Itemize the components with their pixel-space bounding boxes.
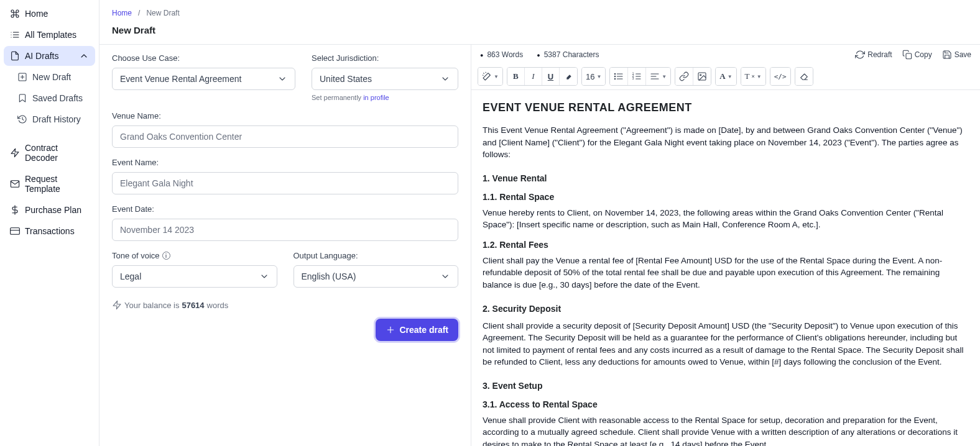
chevron-down-icon [440,74,450,84]
tb-ul[interactable] [610,68,628,85]
editor-pane: 863 Words 5387 Characters Redraft Copy S… [471,45,980,446]
doc-h-1-1: 1.1. Rental Space [483,192,969,202]
tb-text-color[interactable]: A▼ [716,68,736,85]
plus-icon [386,325,395,335]
create-draft-button[interactable]: Create draft [376,319,458,341]
history-icon [17,114,27,124]
lang-value: English (USA) [302,271,356,281]
tb-ol[interactable]: 123 [628,68,646,85]
event-date-input[interactable]: November 14 2023 [112,219,458,241]
tone-value: Legal [120,271,141,281]
jurisdiction-hint: Set permanently in profile [312,94,458,101]
tb-align[interactable]: ▼ [646,68,670,85]
doc-p-2: Client shall provide a security deposit … [483,320,969,368]
sidebar-item-home[interactable]: Home [4,4,95,24]
bolt-icon [10,148,20,158]
save-icon [942,50,952,60]
plus-square-icon [17,72,27,82]
save-button[interactable]: Save [942,50,971,60]
doc-p-1-1: Venue hereby rents to Client, on Novembe… [483,207,969,231]
svg-point-23 [615,78,616,79]
sidebar-sub-new-draft[interactable]: New Draft [4,67,95,87]
breadcrumb-home[interactable]: Home [112,9,132,17]
tone-label: Tone of voice i [112,251,277,260]
breadcrumb: Home / New Draft [99,0,980,22]
doc-h-3-1: 3.1. Access to Rental Space [483,399,969,409]
document-body[interactable]: EVENT VENUE RENTAL AGREEMENT This Event … [483,101,969,446]
use-case-select[interactable]: Event Venue Rental Agreement [112,68,295,90]
word-count: 863 Words [480,50,523,59]
sidebar-item-contract-decoder[interactable]: Contract Decoder [4,138,95,168]
field-tone: Tone of voice i Legal [112,251,277,288]
bolt-icon [112,300,122,310]
image-icon [697,71,707,81]
tb-italic[interactable]: I [525,68,542,85]
mail-icon [10,179,20,189]
tb-magic[interactable]: ▼ [478,68,502,85]
card-icon [10,226,20,236]
sidebar-sub-saved-drafts[interactable]: Saved Drafts [4,88,95,108]
bookmark-icon [17,93,27,103]
tb-image[interactable] [693,68,711,85]
tb-clear-format[interactable]: T×▼ [741,68,765,85]
venue-name-input[interactable]: Grand Oaks Convention Center [112,125,458,148]
doc-h-2: 2. Security Deposit [483,304,969,314]
lang-label: Output Language: [294,251,459,260]
sidebar-item-label: New Draft [32,72,71,82]
svg-text:3: 3 [632,77,634,80]
char-count: 5387 Characters [537,50,599,59]
event-name-label: Event Name: [112,158,458,167]
list-ol-icon: 123 [632,71,642,81]
doc-intro: This Event Venue Rental Agreement ("Agre… [483,124,969,161]
align-icon [650,71,660,81]
event-date-label: Event Date: [112,204,458,214]
sidebar-item-label: Home [25,9,48,19]
redraft-button[interactable]: Redraft [855,50,892,60]
field-jurisdiction: Select Jurisdiction: United States Set p… [312,53,458,101]
doc-h-1-2: 1.2. Rental Fees [483,240,969,250]
doc-h-1: 1. Venue Rental [483,173,969,183]
sidebar-item-purchase-plan[interactable]: Purchase Plan [4,200,95,220]
sidebar-item-request-template[interactable]: Request Template [4,169,95,199]
tb-link[interactable] [675,68,693,85]
tb-bold[interactable]: B [507,68,525,85]
jurisdiction-select[interactable]: United States [312,68,458,90]
sidebar-sub-draft-history[interactable]: Draft History [4,109,95,129]
event-name-input[interactable]: Elegant Gala Night [112,172,458,194]
chevron-down-icon [259,271,269,281]
breadcrumb-current: New Draft [146,9,179,17]
tb-underline[interactable]: U [542,68,560,85]
sidebar-item-label: Purchase Plan [25,205,81,215]
balance-text: Your balance is 57614 words [112,300,458,310]
sidebar-item-transactions[interactable]: Transactions [4,221,95,241]
copy-button[interactable]: Copy [902,50,932,60]
list-ul-icon [614,71,624,81]
tb-highlight[interactable] [560,68,577,85]
lang-select[interactable]: English (USA) [294,265,459,288]
sidebar-item-label: AI Drafts [25,51,58,61]
sidebar-item-label: Saved Drafts [32,93,83,103]
document-scroll[interactable]: EVENT VENUE RENTAL AGREEMENT This Event … [471,90,980,446]
tone-select[interactable]: Legal [112,265,277,288]
tb-code[interactable]: </> [770,68,790,85]
in-profile-link[interactable]: in profile [363,94,389,101]
field-venue-name: Venue Name: Grand Oaks Convention Center [112,111,458,148]
use-case-value: Event Venue Rental Agreement [120,74,241,84]
tb-font-size[interactable]: 16▼ [582,68,605,85]
wand-icon [482,71,492,81]
list-icon [10,30,20,40]
svg-marker-14 [113,301,121,309]
command-icon [10,9,20,19]
info-icon[interactable]: i [162,252,170,260]
tb-eraser[interactable] [795,68,813,85]
field-use-case: Choose Use Case: Event Venue Rental Agre… [112,53,295,101]
sidebar-item-all-templates[interactable]: All Templates [4,25,95,45]
use-case-label: Choose Use Case: [112,53,295,63]
field-event-date: Event Date: November 14 2023 [112,204,458,241]
editor-toolbar: ▼ B I U 16▼ 123 ▼ A▼ T×▼ [471,65,980,90]
svg-rect-17 [906,53,912,59]
sidebar-item-label: Request Template [25,174,89,194]
doc-p-1-2: Client shall pay the Venue a rental fee … [483,255,969,291]
sidebar-item-ai-drafts[interactable]: AI Drafts [4,46,95,66]
page-title: New Draft [99,22,980,44]
